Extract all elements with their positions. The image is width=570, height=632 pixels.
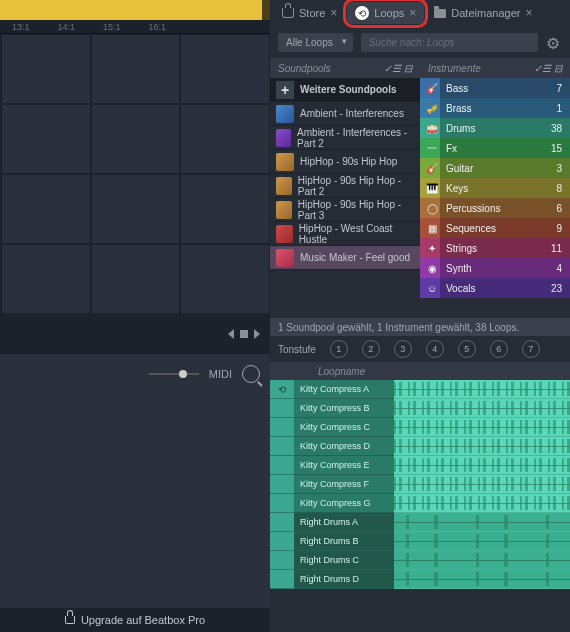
- prev-button[interactable]: [228, 329, 234, 339]
- grid-cell[interactable]: [91, 104, 181, 174]
- instrument-count: 6: [556, 203, 562, 214]
- loop-row[interactable]: Kitty Compress E: [270, 456, 570, 475]
- instrument-drums[interactable]: 🥁Drums38: [420, 118, 570, 138]
- soundpool-item[interactable]: HipHop - West Coast Hustle: [270, 222, 420, 246]
- play-button[interactable]: [270, 418, 294, 437]
- waveform[interactable]: [394, 551, 570, 570]
- tab-store[interactable]: Store ×: [274, 2, 345, 24]
- soundpool-item[interactable]: Ambient - Interferences - Part 2: [270, 126, 420, 150]
- loop-name: Kitty Compress F: [294, 475, 394, 494]
- timeline-ruler[interactable]: 13:1 14:1 15:1 16:1: [0, 20, 270, 34]
- stop-button[interactable]: [240, 330, 248, 338]
- soundpool-item[interactable]: Ambient - Interferences: [270, 102, 420, 126]
- upgrade-banner[interactable]: Upgrade auf Beatbox Pro: [0, 608, 270, 632]
- instrument-brass[interactable]: 🎺Brass1: [420, 98, 570, 118]
- instrument-fx[interactable]: 〰Fx15: [420, 138, 570, 158]
- waveform[interactable]: [394, 399, 570, 418]
- play-button[interactable]: [270, 456, 294, 475]
- timeline-clip[interactable]: [0, 0, 270, 20]
- instrument-icon: 〰: [424, 141, 440, 155]
- instrument-vocals[interactable]: ☺Vocals23: [420, 278, 570, 298]
- pitch-3[interactable]: 3: [394, 340, 412, 358]
- thumbnail: [276, 177, 292, 195]
- play-button[interactable]: [270, 494, 294, 513]
- instrument-synth[interactable]: ◉Synth4: [420, 258, 570, 278]
- loop-row[interactable]: Right Drums B: [270, 532, 570, 551]
- instrument-count: 8: [556, 183, 562, 194]
- waveform[interactable]: [394, 532, 570, 551]
- loop-row[interactable]: Kitty Compress A: [270, 380, 570, 399]
- grid-cell[interactable]: [1, 244, 91, 314]
- loop-row[interactable]: Right Drums D: [270, 570, 570, 589]
- gear-icon[interactable]: ⚙: [546, 34, 562, 50]
- track-grid[interactable]: [0, 34, 270, 314]
- close-icon[interactable]: ×: [330, 6, 337, 20]
- pitch-4[interactable]: 4: [426, 340, 444, 358]
- header-actions[interactable]: ✓☰ ⊟: [534, 63, 562, 74]
- play-button[interactable]: [270, 570, 294, 589]
- pitch-5[interactable]: 5: [458, 340, 476, 358]
- instrument-guitar[interactable]: 🎸Guitar3: [420, 158, 570, 178]
- waveform[interactable]: [394, 456, 570, 475]
- play-button[interactable]: [270, 513, 294, 532]
- instrument-bass[interactable]: 🎸Bass7: [420, 78, 570, 98]
- loop-filter-dropdown[interactable]: Alle Loops: [278, 33, 353, 52]
- pitch-1[interactable]: 1: [330, 340, 348, 358]
- grid-cell[interactable]: [91, 34, 181, 104]
- tab-filemanager[interactable]: Dateimanager ×: [426, 2, 540, 24]
- waveform[interactable]: [394, 475, 570, 494]
- grid-cell[interactable]: [180, 244, 270, 314]
- loop-row[interactable]: Kitty Compress D: [270, 437, 570, 456]
- waveform[interactable]: [394, 380, 570, 399]
- instrument-keys[interactable]: 🎹Keys8: [420, 178, 570, 198]
- play-button[interactable]: [270, 437, 294, 456]
- loop-row[interactable]: Kitty Compress B: [270, 399, 570, 418]
- grid-cell[interactable]: [1, 104, 91, 174]
- loop-row[interactable]: Kitty Compress G: [270, 494, 570, 513]
- close-icon[interactable]: ×: [525, 6, 532, 20]
- soundpool-item[interactable]: HipHop - 90s Hip Hop - Part 3: [270, 198, 420, 222]
- play-button[interactable]: [270, 399, 294, 418]
- soundpool-item[interactable]: HipHop - 90s Hip Hop: [270, 150, 420, 174]
- grid-cell[interactable]: [180, 104, 270, 174]
- pitch-2[interactable]: 2: [362, 340, 380, 358]
- loop-row[interactable]: Right Drums C: [270, 551, 570, 570]
- instrument-percussions[interactable]: ◯Percussions6: [420, 198, 570, 218]
- tab-loops[interactable]: Loops ×: [347, 2, 424, 24]
- soundpool-item[interactable]: HipHop - 90s Hip Hop - Part 2: [270, 174, 420, 198]
- volume-slider[interactable]: [149, 373, 199, 375]
- soundpool-item-selected[interactable]: Music Maker - Feel good: [270, 246, 420, 270]
- waveform[interactable]: [394, 418, 570, 437]
- waveform[interactable]: [394, 437, 570, 456]
- waveform[interactable]: [394, 494, 570, 513]
- loop-row[interactable]: Right Drums A: [270, 513, 570, 532]
- instrument-count: 11: [551, 243, 562, 254]
- play-button[interactable]: [270, 475, 294, 494]
- search-icon[interactable]: [242, 365, 260, 383]
- loop-row[interactable]: Kitty Compress F: [270, 475, 570, 494]
- grid-cell[interactable]: [180, 174, 270, 244]
- waveform[interactable]: [394, 513, 570, 532]
- play-button[interactable]: [270, 380, 294, 399]
- instrument-sequences[interactable]: ▦Sequences9: [420, 218, 570, 238]
- grid-cell[interactable]: [180, 34, 270, 104]
- pitch-6[interactable]: 6: [490, 340, 508, 358]
- grid-cell[interactable]: [1, 34, 91, 104]
- loop-name: Right Drums B: [294, 532, 394, 551]
- status-bar: 1 Soundpool gewählt, 1 Instrument gewähl…: [270, 318, 570, 336]
- search-input[interactable]: Suche nach: Loops: [361, 33, 538, 52]
- thumbnail: [276, 249, 294, 267]
- grid-cell[interactable]: [1, 174, 91, 244]
- grid-cell[interactable]: [91, 174, 181, 244]
- waveform[interactable]: [394, 570, 570, 589]
- loop-row[interactable]: Kitty Compress C: [270, 418, 570, 437]
- play-button[interactable]: [254, 329, 260, 339]
- play-button[interactable]: [270, 551, 294, 570]
- pitch-7[interactable]: 7: [522, 340, 540, 358]
- header-actions[interactable]: ✓☰ ⊟: [384, 63, 412, 74]
- play-button[interactable]: [270, 532, 294, 551]
- grid-cell[interactable]: [91, 244, 181, 314]
- close-icon[interactable]: ×: [409, 6, 416, 20]
- more-soundpools-button[interactable]: + Weitere Soundpools: [270, 78, 420, 102]
- instrument-strings[interactable]: ✦Strings11: [420, 238, 570, 258]
